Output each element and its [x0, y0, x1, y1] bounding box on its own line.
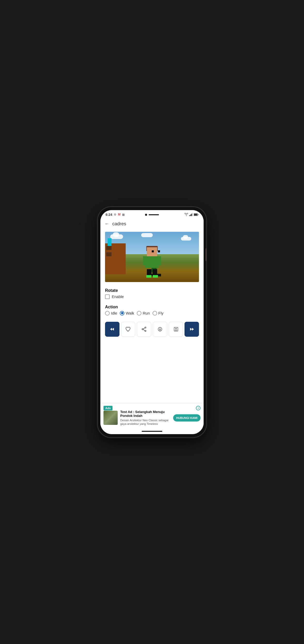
- action-section: Action Idle Walk Run: [100, 305, 204, 319]
- top-bar: ← cadres: [100, 218, 204, 230]
- svg-point-11: [145, 330, 146, 332]
- skin-image: [105, 232, 199, 282]
- rotate-label: Rotate: [105, 288, 199, 293]
- download-button[interactable]: [153, 322, 167, 337]
- next-icon: [189, 326, 195, 332]
- camera-area: [145, 214, 159, 216]
- radio-run-btn[interactable]: [137, 311, 141, 316]
- svg-marker-17: [190, 328, 192, 331]
- svg-point-9: [145, 327, 146, 328]
- next-button[interactable]: [185, 322, 199, 337]
- camera-dot: [145, 214, 147, 216]
- rotate-checkbox-row: Enable: [105, 294, 199, 299]
- signal-icon: [189, 213, 193, 216]
- svg-line-13: [143, 329, 145, 331]
- radio-idle-label: Idle: [111, 311, 117, 315]
- cloud2: [181, 237, 191, 241]
- char-arm-right: [158, 256, 161, 265]
- ad-content: Test Ad : Selangkah Menuju Pondok Indah …: [120, 410, 171, 426]
- radio-fly[interactable]: Fly: [153, 311, 164, 316]
- svg-rect-3: [192, 213, 193, 216]
- minecraft-scene: [105, 232, 199, 282]
- radio-fly-btn[interactable]: [153, 311, 157, 316]
- rotate-section: Rotate Enable: [100, 286, 204, 305]
- svg-rect-6: [194, 214, 197, 216]
- heart-icon: [125, 326, 131, 332]
- ad-description: Desain Arsitektur Neo Classic sebagai ga…: [120, 418, 171, 426]
- char-body: [145, 256, 159, 268]
- ad-banner: Ads i Test Ad : Selangkah Menuju Pondok …: [100, 403, 204, 428]
- radio-walk[interactable]: Walk: [120, 311, 134, 316]
- ad-title: Test Ad : Selangkah Menuju Pondok Indah: [120, 410, 171, 418]
- prev-icon: [109, 326, 115, 332]
- page-title: cadres: [112, 221, 126, 227]
- download-icon: [157, 326, 163, 332]
- phone-screen: 6:24 ⚙ M ▦: [100, 210, 204, 434]
- char-eye-right: [158, 250, 160, 252]
- spacer: [100, 340, 204, 403]
- svg-point-10: [142, 328, 143, 330]
- content-area: Rotate Enable Action Idle Walk: [100, 230, 204, 428]
- info-icon[interactable]: i: [196, 406, 201, 410]
- rotate-checkbox-label: Enable: [112, 294, 124, 299]
- char-head: [147, 247, 157, 256]
- share-button[interactable]: [137, 322, 151, 337]
- ad-image-inner: [103, 411, 118, 425]
- cloud1: [110, 234, 123, 239]
- volume-button: [206, 248, 206, 261]
- speaker-bar: [149, 214, 159, 215]
- svg-rect-5: [198, 214, 198, 215]
- radio-run-label: Run: [143, 311, 150, 315]
- character: [143, 247, 161, 276]
- wifi-icon: [185, 213, 188, 216]
- svg-marker-18: [192, 328, 194, 331]
- calendar-icon: ▦: [122, 213, 125, 216]
- prev-button[interactable]: [105, 322, 119, 337]
- battery-icon: [194, 213, 198, 216]
- ad-cta-button[interactable]: HUBUNGI KAMI: [173, 414, 201, 422]
- radio-idle[interactable]: Idle: [105, 311, 117, 316]
- char-shoe-right: [153, 275, 158, 278]
- gmail-icon: M: [118, 213, 121, 216]
- status-right: [185, 213, 198, 216]
- radio-fly-label: Fly: [158, 311, 164, 315]
- status-time: 6:24: [106, 213, 112, 217]
- back-button[interactable]: ←: [103, 220, 110, 228]
- export-button[interactable]: [169, 322, 183, 337]
- svg-rect-0: [189, 215, 190, 216]
- bottom-bar: [100, 428, 204, 434]
- radio-walk-btn[interactable]: [120, 311, 124, 316]
- ad-image: [103, 411, 118, 425]
- settings-icon: ⚙: [114, 213, 116, 216]
- status-left: 6:24 ⚙ M ▦: [106, 213, 125, 217]
- heart-button[interactable]: [121, 322, 135, 337]
- share-icon: [141, 326, 147, 332]
- building-left: [105, 243, 126, 274]
- char-leg-left: [147, 269, 151, 276]
- svg-rect-2: [191, 214, 192, 216]
- svg-marker-7: [110, 328, 112, 331]
- svg-rect-1: [190, 214, 191, 216]
- char-eye-left: [152, 250, 154, 252]
- svg-line-12: [143, 328, 145, 329]
- action-label: Action: [105, 305, 199, 309]
- char-leg-right: [153, 269, 157, 276]
- radio-run[interactable]: Run: [137, 311, 150, 316]
- radio-idle-btn[interactable]: [105, 311, 110, 316]
- char-arm-left: [143, 256, 146, 265]
- home-indicator: [142, 431, 162, 432]
- ads-badge: Ads: [103, 406, 113, 410]
- export-icon: [173, 326, 179, 332]
- action-radio-row: Idle Walk Run Fly: [105, 311, 199, 316]
- action-buttons-row: [100, 319, 204, 340]
- cloud3: [141, 233, 153, 237]
- phone-frame: 6:24 ⚙ M ▦: [98, 207, 206, 437]
- radio-walk-label: Walk: [126, 311, 134, 315]
- char-shoe-left: [146, 275, 151, 278]
- svg-marker-8: [112, 328, 114, 331]
- rotate-checkbox[interactable]: [105, 294, 110, 299]
